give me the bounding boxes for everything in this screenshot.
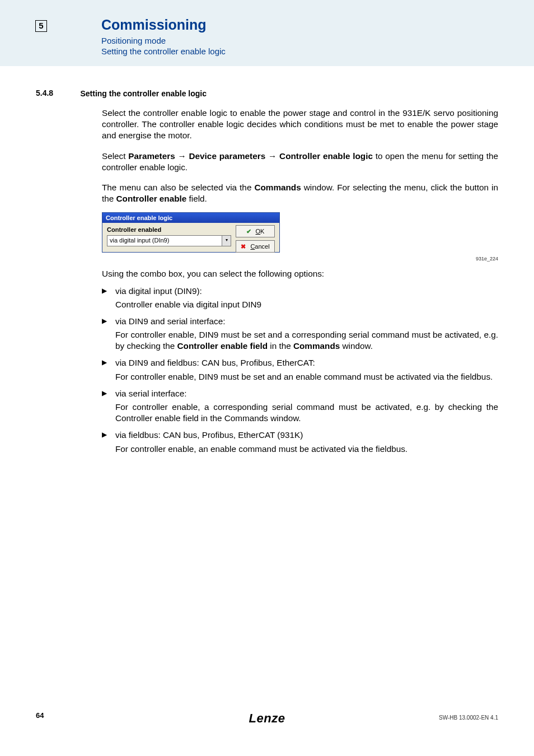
text: The menu can also be selected via the	[102, 183, 254, 192]
menu-path-item: Device parameters	[189, 151, 266, 161]
paragraph: The menu can also be selected via the Co…	[102, 182, 498, 204]
triangle-bullet-icon: ▶	[102, 358, 107, 367]
chapter-subtitle-1: Positioning mode	[101, 36, 166, 45]
page-number: 64	[36, 711, 44, 720]
list-item-head: via digital input (DIN9):	[115, 286, 498, 297]
list-item-head: via DIN9 and fieldbus: CAN bus, Profibus…	[115, 357, 498, 368]
list-item-body: Controller enable via digital input DIN9	[115, 299, 498, 310]
cancel-button[interactable]: ✖ Cancel	[236, 240, 275, 253]
paragraph: Select the controller enable logic to en…	[102, 108, 498, 142]
paragraph: Select Parameters → Device parameters → …	[102, 151, 498, 173]
select-value: via digital input (DIn9)	[110, 237, 169, 244]
document-id: SW-HB 13.0002-EN 4.1	[439, 715, 498, 721]
list-item: ▶ via serial interface: For controller e…	[102, 388, 498, 424]
chapter-number-box: 5	[35, 20, 47, 32]
text: in the	[268, 341, 293, 351]
list-item-body: For controller enable, a corresponding s…	[115, 402, 498, 424]
chapter-title: Commissioning	[101, 17, 207, 33]
bold-term: Commands	[293, 341, 340, 351]
list-item-head: via DIN9 and serial interface:	[115, 316, 498, 327]
list-item: ▶ via DIN9 and serial interface: For con…	[102, 316, 498, 352]
chapter-subtitle-2: Setting the controller enable logic	[101, 46, 226, 56]
text: window.	[340, 341, 373, 351]
menu-path-item: Parameters	[128, 151, 175, 161]
arrow: →	[265, 151, 279, 161]
chevron-down-icon[interactable]: ▾	[222, 236, 231, 246]
list-item-head: via fieldbus: CAN bus, Profibus, EtherCA…	[115, 430, 498, 441]
dialog-titlebar: Controller enable logic	[102, 213, 279, 223]
section-number: 5.4.8	[36, 88, 78, 97]
list-item-head: via serial interface:	[115, 388, 498, 399]
paragraph: Using the combo box, you can select the …	[102, 268, 498, 279]
check-icon: ✔	[246, 228, 253, 235]
triangle-bullet-icon: ▶	[102, 431, 107, 440]
option-list: ▶ via digital input (DIN9): Controller e…	[102, 286, 498, 455]
header-band: 5 Commissioning Positioning mode Setting…	[0, 0, 534, 66]
bold-term: Controller enable field	[177, 341, 268, 351]
triangle-bullet-icon: ▶	[102, 389, 107, 398]
list-item: ▶ via digital input (DIN9): Controller e…	[102, 286, 498, 310]
list-item-body: For controller enable, an enable command…	[115, 444, 498, 455]
text: Select	[102, 151, 128, 161]
brand-logo: Lenze	[249, 711, 285, 726]
list-item-body: For controller enable, DIN9 must be set …	[115, 371, 498, 382]
bold-term: Controller enable	[116, 194, 187, 203]
menu-path-item: Controller enable logic	[279, 151, 373, 161]
button-label: OK	[256, 228, 265, 235]
triangle-bullet-icon: ▶	[102, 317, 107, 326]
list-item: ▶ via DIN9 and fieldbus: CAN bus, Profib…	[102, 357, 498, 382]
list-item: ▶ via fieldbus: CAN bus, Profibus, Ether…	[102, 430, 498, 454]
section-title: Setting the controller enable logic	[80, 89, 207, 98]
list-item-body: For controller enable, DIN9 must be set …	[115, 329, 498, 352]
dialog-controller-enable-logic: Controller enable logic Controller enabl…	[102, 212, 280, 253]
bold-term: Commands	[254, 183, 301, 192]
close-icon: ✖	[241, 243, 247, 250]
triangle-bullet-icon: ▶	[102, 287, 107, 296]
section-heading: 5.4.8 Setting the controller enable logi…	[36, 88, 498, 99]
button-label: Cancel	[250, 243, 269, 250]
page-footer: 64 Lenze SW-HB 13.0002-EN 4.1	[0, 711, 534, 725]
ok-button[interactable]: ✔ OK	[236, 225, 275, 237]
arrow: →	[175, 151, 189, 161]
controller-enabled-select[interactable]: via digital input (DIn9) ▾	[107, 235, 231, 246]
text: field.	[186, 194, 207, 203]
figure-reference: 931e_224	[102, 256, 498, 262]
